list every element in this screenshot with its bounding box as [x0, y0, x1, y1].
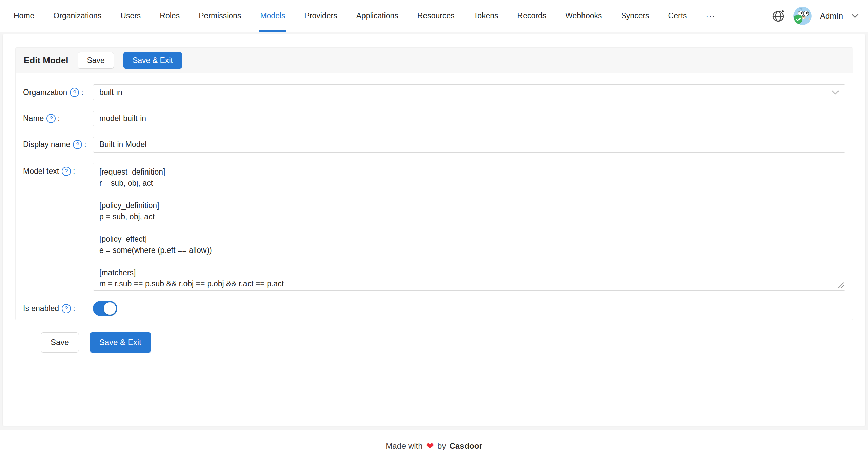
nav-tab-tokens[interactable]: Tokens [464, 0, 508, 32]
help-icon[interactable]: ? [70, 88, 79, 97]
help-icon[interactable]: ? [73, 140, 82, 149]
nav-tab-models[interactable]: Models [251, 0, 295, 32]
save-button-top[interactable]: Save [78, 52, 114, 69]
organization-select-value: built-in [99, 88, 122, 97]
model-text-label: Model text ? : [23, 163, 93, 176]
nav-tab-users[interactable]: Users [111, 0, 150, 32]
model-text-textarea[interactable]: [request_definition] r = sub, obj, act [… [93, 163, 845, 291]
display-name-label-text: Display name [23, 140, 70, 149]
nav-tabs: Home Organizations Users Roles Permissio… [4, 0, 725, 32]
model-text-label-text: Model text [23, 167, 59, 176]
organization-label-text: Organization [23, 88, 67, 97]
name-input[interactable] [93, 111, 845, 126]
label-colon: : [81, 88, 83, 97]
nav-more-button[interactable]: ··· [696, 0, 725, 32]
help-icon[interactable]: ? [62, 304, 71, 313]
nav-tab-organizations[interactable]: Organizations [44, 0, 111, 32]
form-body: Organization ? : built-in Name ? [16, 73, 853, 320]
footer-made-with-text: Made with [386, 441, 422, 451]
nav-tab-webhooks[interactable]: Webhooks [556, 0, 611, 32]
label-colon: : [84, 140, 86, 149]
is-enabled-toggle[interactable] [93, 301, 117, 316]
label-colon: : [73, 167, 75, 176]
organization-label: Organization ? : [23, 88, 93, 97]
name-label-text: Name [23, 114, 44, 123]
content-panel: Edit Model Save Save & Exit Organization… [3, 34, 865, 426]
nav-tab-home[interactable]: Home [4, 0, 44, 32]
page-footer: Made with ❤ by Casdoor [0, 430, 868, 462]
label-colon: : [58, 114, 60, 123]
label-colon: : [73, 304, 75, 313]
page-title: Edit Model [24, 55, 68, 66]
nav-tab-providers[interactable]: Providers [295, 0, 347, 32]
heart-icon: ❤ [426, 442, 434, 451]
nav-tab-syncers[interactable]: Syncers [612, 0, 659, 32]
display-name-row: Display name ? : [23, 137, 845, 153]
help-icon[interactable]: ? [46, 114, 56, 123]
save-exit-button-top[interactable]: Save & Exit [123, 52, 182, 69]
save-exit-button-bottom[interactable]: Save & Exit [90, 332, 151, 353]
organization-row: Organization ? : built-in [23, 84, 845, 100]
save-button-bottom[interactable]: Save [41, 332, 79, 353]
is-enabled-label-text: Is enabled [23, 304, 59, 313]
user-avatar[interactable] [793, 7, 812, 25]
card-header: Edit Model Save Save & Exit [16, 48, 853, 73]
model-text-row: Model text ? : [request_definition] r = … [23, 163, 845, 291]
nav-tab-roles[interactable]: Roles [150, 0, 189, 32]
is-enabled-row: Is enabled ? : [23, 301, 845, 316]
nav-tab-resources[interactable]: Resources [408, 0, 464, 32]
nav-tab-permissions[interactable]: Permissions [189, 0, 251, 32]
help-icon[interactable]: ? [62, 167, 71, 176]
language-globe-icon[interactable] [771, 9, 785, 23]
nav-tab-certs[interactable]: Certs [659, 0, 696, 32]
resize-handle-icon[interactable] [837, 281, 844, 289]
top-navigation: Home Organizations Users Roles Permissio… [0, 0, 868, 32]
nav-tab-records[interactable]: Records [508, 0, 556, 32]
name-row: Name ? : [23, 111, 845, 126]
user-menu[interactable]: Admin [820, 11, 843, 21]
chevron-down-icon[interactable] [852, 14, 859, 18]
is-enabled-label: Is enabled ? : [23, 304, 93, 313]
organization-select[interactable]: built-in [93, 84, 845, 100]
footer-by-text: by [437, 441, 446, 451]
display-name-input[interactable] [93, 137, 845, 153]
casdoor-brand-link[interactable]: Casdoor [449, 441, 482, 451]
display-name-label: Display name ? : [23, 140, 93, 149]
nav-right-controls: Admin [771, 0, 859, 32]
name-label: Name ? : [23, 114, 93, 123]
edit-model-card: Edit Model Save Save & Exit Organization… [15, 47, 853, 320]
toggle-knob [104, 302, 116, 315]
nav-tab-applications[interactable]: Applications [347, 0, 408, 32]
